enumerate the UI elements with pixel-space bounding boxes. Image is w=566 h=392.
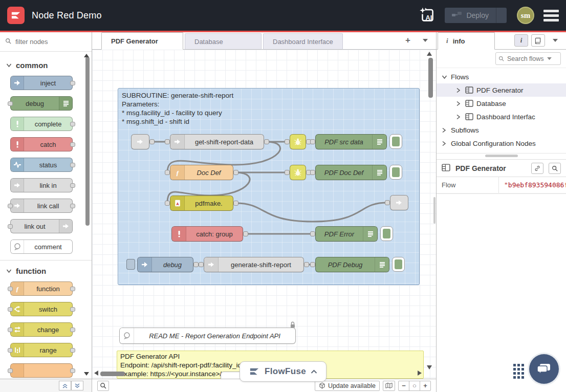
tree-item-subflows[interactable]: Subflows: [437, 123, 566, 137]
output-port[interactable]: [243, 231, 248, 236]
palette-scrollbar[interactable]: [85, 57, 90, 226]
output-port[interactable]: [233, 170, 238, 175]
flow-node-pdfmake[interactable]: Apdfmake.: [170, 195, 233, 211]
deploy-button[interactable]: Deploy: [445, 8, 507, 23]
output-port[interactable]: [264, 139, 269, 144]
input-port[interactable]: [165, 201, 170, 206]
chevron-right-icon[interactable]: [442, 127, 448, 133]
flow-node-pdf-doc-def[interactable]: PDF Doc Def: [315, 165, 387, 180]
navigator-button[interactable]: [383, 381, 395, 391]
search-node-button[interactable]: [549, 163, 561, 174]
input-port[interactable]: [8, 368, 13, 373]
expand-all-button[interactable]: [71, 381, 83, 390]
user-avatar[interactable]: sm: [517, 7, 534, 24]
tree-item-pdf-generator[interactable]: PDF Generator: [437, 83, 566, 97]
main-menu-button[interactable]: [543, 10, 559, 21]
flow-node-pdf-src-data[interactable]: PDF src data: [315, 134, 387, 149]
search-flows-box[interactable]: [495, 52, 561, 65]
debug-toggle-button[interactable]: [392, 257, 405, 272]
input-port[interactable]: [8, 204, 13, 208]
debug-toggle-button[interactable]: [389, 165, 402, 180]
palette-node-debug[interactable]: debug: [10, 96, 73, 111]
ai-assistant-icon[interactable]: AI: [418, 7, 436, 24]
input-port[interactable]: [385, 200, 390, 205]
inject-button[interactable]: [126, 259, 135, 270]
palette-scroll-up-icon[interactable]: [84, 54, 89, 57]
link-button[interactable]: [531, 163, 543, 174]
input-port[interactable]: [8, 307, 13, 312]
info-tab-button[interactable]: i: [514, 34, 528, 47]
output-port[interactable]: [70, 287, 75, 291]
zoom-out-button[interactable]: −: [398, 381, 409, 391]
input-port[interactable]: [310, 231, 315, 236]
sidebar-splitter-handle[interactable]: [433, 197, 436, 224]
flow-tab-database[interactable]: Database: [185, 33, 262, 50]
input-port[interactable]: [8, 348, 13, 353]
flow-node-catch-group[interactable]: catch: group: [171, 226, 243, 242]
palette-node-function[interactable]: ƒfunction: [10, 281, 73, 296]
chevron-right-icon[interactable]: [456, 101, 462, 106]
palette-node-switch[interactable]: switch: [10, 302, 73, 316]
input-port[interactable]: [310, 170, 315, 175]
output-port[interactable]: [70, 142, 75, 147]
collapse-all-button[interactable]: [59, 381, 71, 390]
flow-node-link-out[interactable]: [390, 195, 408, 210]
output-port[interactable]: [70, 307, 75, 312]
input-port[interactable]: [310, 262, 315, 267]
input-port[interactable]: [165, 139, 170, 144]
flow-tab-pdf-generator[interactable]: PDF Generator: [101, 32, 183, 50]
canvas-scroll-down-icon[interactable]: [427, 365, 432, 369]
input-port[interactable]: [165, 170, 170, 175]
help-book-button[interactable]: [531, 34, 545, 47]
palette-node-link call[interactable]: link call: [10, 199, 73, 213]
flow-canvas[interactable]: SUBROUTINE: generate-shift-reportParamet…: [92, 50, 436, 379]
drag-handle-dots[interactable]: [513, 364, 524, 379]
palette-node-range[interactable]: range: [10, 343, 73, 357]
output-port[interactable]: [70, 183, 75, 188]
palette-scroll-down-icon[interactable]: [84, 372, 89, 376]
canvas-scroll-left-icon[interactable]: [94, 371, 98, 376]
chevron-down-icon[interactable]: [442, 75, 448, 79]
input-port[interactable]: [285, 139, 290, 144]
output-port[interactable]: [149, 139, 155, 144]
search-flows-input[interactable]: [506, 55, 545, 63]
palette-node-comment[interactable]: comment: [10, 239, 73, 254]
tree-item-global-configuration-nodes[interactable]: Global Configuration Nodes: [437, 137, 566, 150]
flow-node-generate-shift-report[interactable]: generate-shift-report: [204, 257, 304, 272]
tree-item-flows[interactable]: Flows: [437, 70, 566, 83]
output-port[interactable]: [70, 122, 75, 126]
output-port[interactable]: [304, 262, 309, 267]
tab-info[interactable]: i info: [438, 32, 495, 50]
palette-category-common[interactable]: common: [0, 56, 92, 76]
wire[interactable]: [236, 203, 387, 222]
flow-node-pdf-error[interactable]: PDF Error: [315, 226, 378, 242]
chevron-right-icon[interactable]: [442, 141, 448, 146]
flow-node-debug-bug-2[interactable]: [290, 165, 306, 180]
flow-node-debug-bug-1[interactable]: [290, 134, 306, 149]
palette-filter[interactable]: [0, 32, 92, 52]
flowfuse-button[interactable]: FlowFuse: [240, 361, 326, 382]
zoom-search-button[interactable]: [97, 381, 109, 391]
flow-list-caret[interactable]: [419, 34, 432, 47]
output-port[interactable]: [70, 81, 75, 85]
palette-node-change[interactable]: change: [10, 322, 73, 337]
palette-node-complete[interactable]: complete: [10, 117, 73, 131]
flow-node-pdf-debug[interactable]: PDF Debug: [315, 257, 389, 272]
input-port[interactable]: [199, 262, 204, 267]
sidebar-menu-caret[interactable]: [548, 34, 562, 47]
output-port[interactable]: [70, 204, 75, 208]
palette-node-link out[interactable]: link out: [10, 219, 73, 233]
input-port[interactable]: [310, 139, 315, 144]
output-port[interactable]: [70, 368, 75, 373]
canvas-hscrollbar[interactable]: [100, 372, 125, 376]
flow-node-link-in[interactable]: [131, 134, 149, 149]
flow-node-inject-debug[interactable]: debug: [137, 257, 193, 272]
tree-item-database[interactable]: Database: [437, 97, 566, 110]
palette-node-link in[interactable]: link in: [10, 178, 73, 192]
flow-node-read-me-comment[interactable]: READ ME - Report Generation Endpoint API: [119, 328, 296, 344]
deploy-options-caret[interactable]: [496, 8, 507, 23]
palette-node-catch[interactable]: catch: [10, 137, 73, 151]
filter-nodes-input[interactable]: [14, 37, 76, 46]
palette-node-partial[interactable]: [10, 363, 73, 378]
chat-widget-button[interactable]: [529, 354, 559, 384]
